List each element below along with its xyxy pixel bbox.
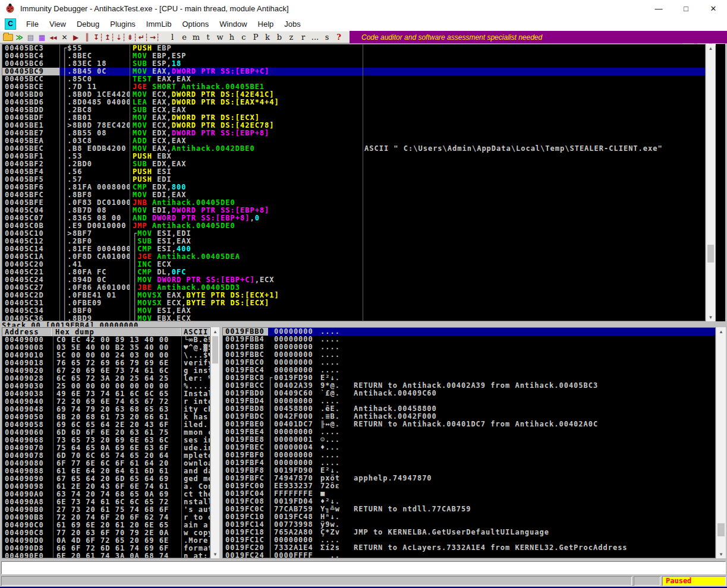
disasm-scroll-thumb[interactable] (707, 245, 714, 263)
dump-row[interactable]: 0040908861 6E 64 20 64 61 6D 61and dama (2, 467, 210, 475)
dump-row[interactable]: 0040904869 74 79 20 63 68 65 63ity chec (2, 406, 210, 413)
cpu-window-icon[interactable]: C (5, 18, 16, 30)
close-program-icon[interactable]: ✕ (59, 32, 70, 42)
trace-into-icon[interactable]: ⇣┆ (115, 32, 127, 42)
disasm-row[interactable]: 00405C2D│.0FBE41 01│MOVSX EAX,BYTE PTR D… (2, 292, 705, 299)
dump-row[interactable]: 0040900803 5E 40 00 B2 35 40 00♥^@.▓5@. (2, 344, 210, 352)
view-threads-button[interactable]: t (202, 33, 214, 42)
view-log-button[interactable]: l (166, 33, 178, 42)
stack-row[interactable]: 0019FC04│FFFFFFFE■ (223, 490, 715, 498)
rewind-icon[interactable]: ◂◂ (48, 32, 59, 42)
hex-column-header[interactable]: Hex dump (53, 328, 181, 336)
view-executables-button[interactable]: e (178, 33, 190, 42)
disasm-row[interactable]: 00405C36│.8BD9│MOV EBX,ECX (2, 315, 705, 321)
scroll-down-arrow-icon[interactable]: ▾ (716, 550, 726, 558)
dump-row[interactable]: 004090B027 73 20 61 75 74 68 6F's autho (2, 506, 210, 514)
disasm-row[interactable]: 00405BF4│.56PUSH ESI (2, 168, 705, 176)
command-input[interactable] (2, 562, 727, 575)
run-icon[interactable]: ▶ (70, 32, 81, 42)
stack-row[interactable]: 0019FC00│EE93323772ôε (223, 482, 715, 490)
dump-row[interactable]: 004090D00A 4D 6F 72 65 20 69 6E.More in (2, 537, 210, 545)
go-to-icon[interactable]: →┆ (149, 32, 160, 42)
dump-row[interactable]: 004090E06E 20 61 74 3A 0A 68 74n at:.ht (2, 552, 210, 558)
stack-row[interactable]: 0019FBE4│00000000.... (223, 428, 715, 436)
dump-row[interactable]: 0040903025 00 00 00 00 00 00 00%....... (2, 382, 210, 390)
stack-row[interactable]: 0019FBB4 00000000.... (223, 336, 715, 343)
dump-scroll-thumb[interactable] (212, 336, 218, 363)
view-windows-button[interactable]: w (214, 33, 226, 42)
menu-item-help[interactable]: Help (253, 18, 279, 30)
stack-scroll-thumb[interactable] (717, 523, 725, 536)
disasm-row[interactable]: 00405BF1│.53PUSH EBX (2, 153, 705, 160)
stack-scrollbar[interactable]: ▴ ▾ (716, 327, 726, 558)
dump-row[interactable]: 004090105C 00 00 00 24 03 00 00\...$♥.. (2, 352, 210, 359)
minimize-button[interactable]: — (645, 0, 672, 17)
maximize-button[interactable]: □ (672, 0, 700, 17)
stack-row[interactable]: 0019FBD0│00409C60`£@.Antihack.00409C60 (223, 390, 715, 397)
stack-row[interactable]: 0019FBB8 00000000.... (223, 343, 715, 351)
disasm-row[interactable]: 00405C31│.0FBE09│MOVSX ECX,BYTE PTR DS:[… (2, 299, 705, 307)
stack-row[interactable]: 0019FC08│0019FD04♦²↓. (223, 498, 715, 505)
disasm-row[interactable]: 00405C24│.894D 0C│MOV DWORD PTR SS:[EBP+… (2, 276, 705, 284)
stack-row[interactable]: 0019FBC8┌0019FD90É²↓. (223, 374, 715, 382)
dump-row[interactable]: 004090506B 20 68 61 73 20 66 61k has fa (2, 413, 210, 421)
stack-row[interactable]: 0019FBBC 00000000.... (223, 351, 715, 359)
disasm-row[interactable]: 00405C27│.0F86 A6010000│JBE Antihack.004… (2, 284, 705, 292)
restart-icon[interactable]: ≫ (14, 32, 25, 42)
disasm-row[interactable]: 00405C20│.41│INC ECX (2, 261, 705, 268)
disasm-row[interactable]: 00405BD0│.8B0D 1CE44200MOV ECX,DWORD PTR… (2, 91, 705, 99)
view-run-trace-button[interactable]: ... (309, 33, 321, 42)
menu-item-options[interactable]: Options (177, 18, 214, 30)
disasm-row[interactable]: 00405BF2│.2BD0SUB EDX,EAX (2, 160, 705, 168)
disasm-row[interactable]: 00405BC6│.83EC 18SUB ESP,18 (2, 60, 705, 68)
stack-row[interactable]: 0019FBCC│00402A399*@.RETURN to Antihack.… (223, 382, 715, 390)
disasm-row[interactable]: 00405C12│.2BF0│SUB ESI,EAX (2, 238, 705, 245)
disasm-row[interactable]: 00405C04│.8B7D 08MOV EDI,DWORD PTR SS:[E… (2, 207, 705, 214)
disasm-row[interactable]: 00405BCE│.7D 11JGE SHORT Antihack.00405B… (2, 83, 705, 91)
disassembly-pane[interactable]: 00405BC3┌$55PUSH EBP00405BC4│.8BECMOV EB… (2, 44, 706, 321)
stack-row[interactable]: 0019FBEC│00000004♦... (223, 444, 715, 451)
stack-row[interactable]: 0019FBB0 00000000.... (223, 328, 715, 336)
disasm-row[interactable]: 00405C07│.8365 08 00AND DWORD PTR SS:[EB… (2, 214, 705, 222)
stack-pane[interactable]: 0019FBB0 00000000....0019FBB4 00000000..… (222, 327, 716, 558)
step-into-icon[interactable]: ↧┆ (93, 32, 104, 42)
hex-dump-pane[interactable]: Address Hex dump ASCII 00409000C0 EC 42 … (2, 327, 210, 558)
view-memory-button[interactable]: m (190, 33, 202, 42)
stack-row[interactable]: 0019FBFC│74947870pxötapphelp.74947870 (223, 475, 715, 482)
close-button[interactable]: ✕ (700, 0, 727, 17)
scroll-down-arrow-icon[interactable]: ▾ (706, 313, 715, 321)
menu-item-file[interactable]: File (21, 18, 44, 30)
disasm-row[interactable]: 00405BE7│.8B55 08MOV EDX,DWORD PTR SS:[E… (2, 129, 705, 137)
dump-row[interactable]: 0040901876 65 72 69 66 79 69 6Everifyin (2, 359, 210, 367)
stack-row[interactable]: 0019FC1C│00000000.... (223, 536, 715, 544)
disasm-row[interactable]: 00405C34│.8BF0│MOV ESI,EAX (2, 307, 705, 315)
menu-item-view[interactable]: View (44, 18, 71, 30)
dump-row[interactable]: 0040909067 65 64 20 6D 65 64 69ged medi (2, 475, 210, 483)
view-source-button[interactable]: s (321, 33, 333, 42)
stack-row[interactable]: 0019FBE8│00000001☺... (223, 436, 715, 444)
dump-row[interactable]: 0040906873 65 73 20 69 6E 63 6Cses incl (2, 437, 210, 444)
view-handles-button[interactable]: h (226, 33, 238, 42)
log-window-icon[interactable]: ▤ (25, 32, 36, 42)
stack-row[interactable]: 0019FBC4 00000000.... (223, 366, 715, 374)
menu-item-debug[interactable]: Debug (71, 18, 105, 30)
registers-pane-collapsed[interactable] (716, 44, 725, 321)
dump-row[interactable]: 004090286C 65 72 3A 20 25 64 25ler: %d% (2, 375, 210, 382)
stack-row[interactable]: 0019FBC0 00000000.... (223, 359, 715, 366)
stack-row[interactable]: 0019FBF0│00000000.... (223, 451, 715, 459)
menu-item-jobs[interactable]: Jobs (279, 18, 306, 30)
disasm-row[interactable]: 00405BCC│.85C0TEST EAX,EAX (2, 75, 705, 83)
scroll-up-arrow-icon[interactable]: ▴ (716, 327, 726, 336)
stack-row[interactable]: 0019FBF8│0019FD90É²↓. (223, 467, 715, 475)
dump-row[interactable]: 0040902067 20 69 6E 73 74 61 6Cg instal (2, 367, 210, 375)
dump-row[interactable]: 0040903849 6E 73 74 61 6C 6C 65Installe (2, 390, 210, 398)
disasm-row[interactable]: 00405BD6│.8D0485 04000000LEA EAX,DWORD P… (2, 99, 705, 106)
stack-row[interactable]: 0019FC0C│77CAB759Y╖╩wRETURN to ntdll.77C… (223, 505, 715, 513)
trace-over-icon[interactable]: ⇟┆ (127, 32, 138, 42)
view-call-tree-button[interactable]: z (285, 33, 297, 42)
menu-item-window[interactable]: Window (214, 18, 252, 30)
disasm-row[interactable]: 00405BC3┌$55PUSH EBP (2, 45, 705, 52)
disasm-row[interactable]: 00405C10│>8BF7┌MOV ESI,EDI (2, 230, 705, 238)
step-over-icon[interactable]: ↥┆ (104, 32, 115, 42)
dump-row[interactable]: 004090C877 20 63 6F 70 79 2E 0Aw copy.. (2, 529, 210, 537)
